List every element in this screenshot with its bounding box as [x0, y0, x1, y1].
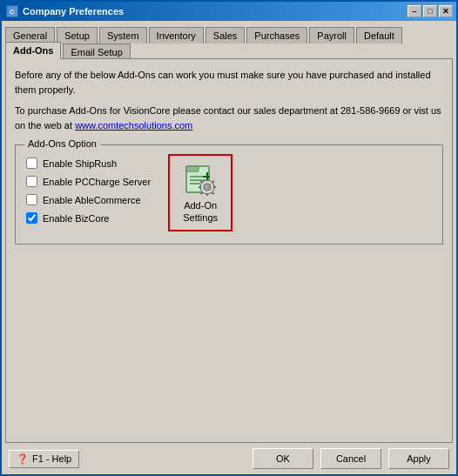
window-title: Company Preferences: [23, 6, 407, 17]
tab-inventory[interactable]: Inventory: [149, 27, 204, 44]
svg-point-6: [204, 184, 211, 191]
svg-rect-16: [203, 176, 210, 178]
apply-button[interactable]: Apply: [388, 448, 449, 469]
tab-sales[interactable]: Sales: [205, 27, 246, 44]
title-bar: C Company Preferences – □ ✕: [2, 2, 456, 21]
dialog-buttons: OK Cancel Apply: [253, 448, 449, 469]
tab-content: Before any of the below Add-Ons can work…: [5, 58, 453, 443]
checkbox-shiprush: Enable ShipRush: [26, 158, 151, 169]
help-label: F1 - Help: [32, 453, 71, 464]
main-content: Before any of the below Add-Ons can work…: [15, 68, 443, 433]
info-text-1: Before any of the below Add-Ons can work…: [15, 68, 443, 97]
group-content: Enable ShipRush Enable PCCharge Server E…: [26, 154, 432, 231]
bizcore-checkbox[interactable]: [26, 212, 37, 224]
addon-settings-button[interactable]: Add-OnSettings: [168, 154, 232, 231]
pccharge-checkbox[interactable]: [26, 176, 37, 187]
minimize-button[interactable]: –: [407, 5, 421, 17]
tab-purchases[interactable]: Purchases: [246, 27, 307, 44]
close-button[interactable]: ✕: [439, 5, 453, 17]
svg-rect-9: [199, 186, 201, 188]
company-preferences-window: C Company Preferences – □ ✕ General Setu…: [0, 0, 458, 476]
addon-settings-label: Add-OnSettings: [183, 199, 218, 225]
shiprush-label[interactable]: Enable ShipRush: [43, 158, 117, 169]
addons-option-group: Add-Ons Option Enable ShipRush Enable PC…: [15, 144, 443, 245]
tab-bar: General Setup System Inventory Sales Pur…: [2, 21, 456, 58]
svg-rect-1: [186, 166, 199, 171]
addon-settings-icon: [183, 161, 218, 196]
info-text-2: To purchase Add-Ons for VisionCore pleas…: [15, 104, 443, 132]
window-icon: C: [5, 4, 19, 18]
tab-system[interactable]: System: [99, 27, 147, 44]
cancel-button[interactable]: Cancel: [320, 448, 381, 469]
ablecommerce-label[interactable]: Enable AbleCommerce: [43, 195, 141, 205]
tab-setup[interactable]: Setup: [57, 27, 98, 44]
bottom-bar: ❓ F1 - Help OK Cancel Apply: [2, 443, 456, 474]
pccharge-label[interactable]: Enable PCCharge Server: [43, 177, 151, 187]
ablecommerce-checkbox[interactable]: [26, 194, 37, 205]
help-button[interactable]: ❓ F1 - Help: [9, 450, 79, 468]
website-link[interactable]: www.comtechsolutions.com: [75, 120, 192, 131]
tab-addons[interactable]: Add-Ons: [5, 42, 61, 59]
restore-button[interactable]: □: [423, 5, 437, 17]
checkbox-ablecommerce: Enable AbleCommerce: [26, 194, 151, 205]
tab-payroll[interactable]: Payroll: [309, 27, 354, 44]
svg-rect-8: [206, 193, 208, 196]
help-icon: ❓: [17, 453, 29, 465]
checkboxes-container: Enable ShipRush Enable PCCharge Server E…: [26, 154, 151, 224]
tab-default[interactable]: Default: [356, 27, 402, 44]
group-box-title: Add-Ons Option: [24, 138, 100, 149]
bizcore-label[interactable]: Enable BizCore: [43, 213, 109, 224]
win-icon-graphic: C: [6, 5, 18, 17]
window-controls: – □ ✕: [407, 5, 453, 17]
shiprush-checkbox[interactable]: [26, 158, 37, 169]
checkbox-bizcore: Enable BizCore: [26, 212, 151, 224]
checkbox-pccharge: Enable PCCharge Server: [26, 176, 151, 187]
svg-rect-10: [213, 186, 216, 188]
ok-button[interactable]: OK: [253, 448, 313, 469]
